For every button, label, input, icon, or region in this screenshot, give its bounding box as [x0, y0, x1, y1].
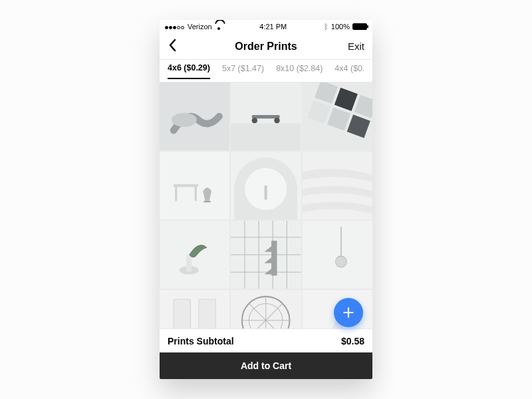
- page-title: Order Prints: [160, 41, 372, 53]
- tab-8x10[interactable]: 8x10 ($2.84): [276, 64, 323, 78]
- exit-button[interactable]: Exit: [348, 41, 364, 52]
- wifi-icon: [215, 24, 223, 30]
- svg-rect-37: [160, 290, 229, 329]
- svg-rect-34: [303, 221, 372, 289]
- battery-icon: [352, 23, 367, 30]
- photo-thumb[interactable]: [160, 290, 229, 329]
- svg-rect-18: [203, 201, 211, 202]
- carrier-label: Verizon: [188, 23, 212, 31]
- svg-rect-6: [231, 124, 301, 150]
- svg-rect-38: [174, 299, 190, 329]
- add-to-cart-button[interactable]: Add to Cart: [160, 352, 372, 379]
- svg-rect-3: [252, 115, 280, 118]
- subtotal-label: Prints Subtotal: [168, 336, 234, 346]
- battery-percent: 100%: [331, 23, 350, 31]
- svg-rect-39: [199, 299, 215, 329]
- photo-grid: [160, 82, 372, 329]
- photo-thumb[interactable]: [303, 152, 372, 219]
- tab-4x4[interactable]: 4x4 ($0.: [334, 64, 364, 78]
- nav-bar: Order Prints Exit: [160, 33, 372, 60]
- photo-thumb[interactable]: [231, 290, 301, 329]
- photo-thumb[interactable]: [160, 152, 229, 219]
- size-tabs: 4x6 ($0.29) 5x7 ($1.47) 8x10 ($2.84) 4x4…: [160, 60, 372, 82]
- photo-thumb[interactable]: [231, 82, 301, 150]
- photo-thumb[interactable]: [231, 152, 301, 219]
- svg-rect-15: [174, 184, 198, 187]
- plus-icon: [342, 306, 355, 319]
- chevron-left-icon: [168, 39, 177, 52]
- bluetooth-icon: ᛒ: [324, 23, 329, 31]
- tab-5x7[interactable]: 5x7 ($1.47): [222, 64, 264, 78]
- back-button[interactable]: [168, 39, 177, 55]
- status-bar: Verizon 4:21 PM ᛒ 100%: [160, 20, 372, 33]
- subtotal-bar: Prints Subtotal $0.58: [160, 329, 372, 352]
- svg-point-36: [335, 256, 346, 267]
- photo-thumb[interactable]: [160, 221, 229, 289]
- subtotal-value: $0.58: [341, 336, 364, 346]
- photo-thumb[interactable]: [303, 82, 372, 150]
- svg-rect-17: [195, 187, 197, 201]
- svg-rect-25: [186, 255, 192, 271]
- phone-frame: Verizon 4:21 PM ᛒ 100% Order Prints Exit…: [160, 20, 372, 379]
- clock: 4:21 PM: [259, 23, 287, 31]
- tab-4x6[interactable]: 4x6 ($0.29): [168, 63, 210, 79]
- add-photo-fab[interactable]: [334, 298, 363, 327]
- svg-rect-16: [175, 187, 177, 201]
- photo-thumb[interactable]: [231, 221, 301, 289]
- svg-point-5: [275, 118, 280, 123]
- photo-thumb[interactable]: [160, 82, 229, 150]
- svg-point-4: [252, 118, 257, 123]
- photo-thumb[interactable]: [303, 221, 372, 289]
- signal-dots-icon: [165, 23, 185, 31]
- svg-point-1: [172, 113, 197, 127]
- svg-rect-21: [265, 186, 267, 200]
